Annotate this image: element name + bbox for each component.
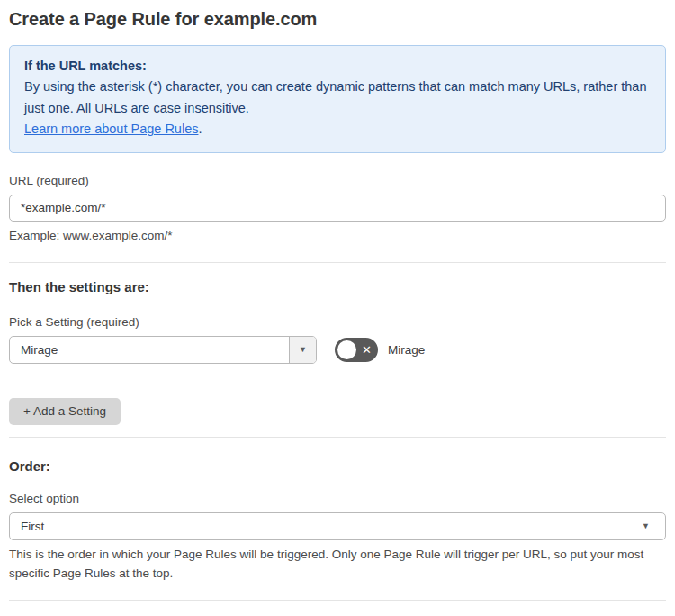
toggle-off-x-icon: ✕ (362, 344, 372, 356)
add-setting-button[interactable]: + Add a Setting (9, 398, 121, 425)
url-field-label: URL (required) (9, 174, 666, 187)
url-match-info-box: If the URL matches: By using the asteris… (9, 45, 666, 153)
setting-select-arrow-button[interactable]: ▼ (289, 337, 316, 363)
page-title: Create a Page Rule for example.com (9, 9, 666, 30)
setting-row: Mirage ▼ ✕ Mirage (9, 336, 666, 364)
mirage-toggle[interactable]: ✕ (335, 338, 378, 362)
page-rule-form: Create a Page Rule for example.com If th… (0, 0, 675, 616)
info-box-link-line: Learn more about Page Rules. (24, 119, 651, 140)
url-input[interactable] (9, 195, 666, 222)
divider (9, 600, 666, 601)
setting-select[interactable]: Mirage ▼ (9, 336, 317, 364)
toggle-knob (338, 340, 356, 359)
order-select-label: Select option (9, 492, 666, 505)
info-box-body: By using the asterisk (*) character, you… (24, 77, 651, 119)
toggle-label: Mirage (388, 343, 425, 357)
divider (9, 262, 666, 263)
info-box-heading: If the URL matches: (24, 56, 651, 77)
order-select[interactable]: First ▼ (9, 512, 666, 540)
chevron-down-icon: ▼ (642, 521, 650, 530)
chevron-down-icon: ▼ (299, 345, 307, 354)
order-select-value: First (21, 520, 642, 533)
order-helper-text: This is the order in which your Page Rul… (9, 546, 666, 584)
url-helper-text: Example: www.example.com/* (9, 227, 666, 246)
link-suffix: . (198, 122, 202, 136)
divider (9, 437, 666, 438)
settings-section-heading: Then the settings are: (9, 279, 666, 294)
setting-picker-label: Pick a Setting (required) (9, 315, 666, 329)
setting-select-value: Mirage (10, 337, 289, 363)
learn-more-link[interactable]: Learn more about Page Rules (24, 122, 198, 136)
order-section-heading: Order: (9, 458, 666, 474)
